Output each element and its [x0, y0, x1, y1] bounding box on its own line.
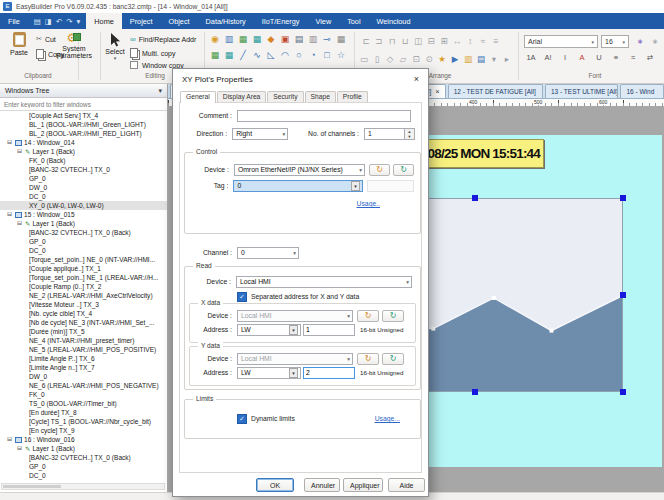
bargraph-icon[interactable]: ▤: [292, 32, 306, 46]
arrange-icon[interactable]: ⊏: [360, 36, 372, 46]
tree-item[interactable]: ⊟ ✎ DC_0: [0, 246, 167, 255]
device-settings-button[interactable]: ↻: [357, 353, 379, 365]
format-icon[interactable]: I: [558, 53, 572, 62]
selection-handle[interactable]: [472, 195, 478, 201]
tree-item[interactable]: ⊟ ✎ 15 : Window_015: [0, 210, 167, 219]
tree-item[interactable]: ⊟ ✎ 14 : Window_014: [0, 138, 167, 147]
help-button[interactable]: Aide: [388, 478, 425, 492]
redo-icon[interactable]: ↷: [66, 17, 72, 26]
arc-icon[interactable]: ◠: [278, 48, 292, 62]
cancel-button[interactable]: Annuler: [304, 478, 340, 492]
dialog-tab[interactable]: Profile: [337, 91, 368, 102]
line-icon[interactable]: ╱: [236, 48, 250, 62]
tree-item[interactable]: ⊟ ✎ [BANC-32 CVTECH..] TX_0 (Back): [0, 453, 167, 462]
arrange-icon[interactable]: ⊙: [423, 54, 435, 64]
add-device-button[interactable]: ↻: [382, 310, 404, 322]
save-icon[interactable]: ▤: [34, 17, 41, 26]
tree-item[interactable]: ⊟ ✎ GP_0: [0, 174, 167, 183]
select-tool-button[interactable]: Select ▾: [102, 33, 128, 61]
tree-item[interactable]: ⊟ ✎ Layer 1 (Back): [0, 444, 167, 453]
tree-item[interactable]: ⊟ ✎ [Couple Ramp (0..] TX_2: [0, 282, 167, 291]
tree-item[interactable]: ⊟ ✎ [Limite Angle n..] TX_7: [0, 363, 167, 372]
star-icon[interactable]: ☆: [334, 48, 348, 62]
expander-icon[interactable]: ⊟: [17, 444, 25, 453]
tree-item[interactable]: ⊟ ✎ [BANC-32 CVTECH..] TX_0 (Back): [0, 228, 167, 237]
keypad-icon[interactable]: ▦: [208, 48, 222, 62]
meter-icon[interactable]: ▥: [222, 32, 236, 46]
channels-stepper[interactable]: 1 ▴ ▾: [364, 128, 415, 140]
schedule-icon[interactable]: ▦: [236, 32, 250, 46]
usage-link[interactable]: Usage...: [375, 415, 400, 422]
menu-item[interactable]: View: [307, 13, 339, 29]
tree-item[interactable]: ⊟ ✎ [En cycle] TX_9: [0, 426, 167, 435]
rect-icon[interactable]: □: [320, 48, 334, 62]
canvas-tab[interactable]: 12 - TEST DE FATIGUE [All]: [448, 84, 543, 98]
tree-item[interactable]: ⊟ ✎ XY_0 (LW-0, LW-0, LW-0): [0, 201, 167, 210]
paste-button[interactable]: Paste: [4, 32, 34, 56]
tree-item[interactable]: ⊟ ✎ [En durée] TX_8: [0, 408, 167, 417]
dialog-tab[interactable]: Security: [267, 91, 303, 102]
selection-handle[interactable]: [620, 292, 626, 298]
undo-icon[interactable]: ↶: [56, 17, 62, 26]
arrange-icon[interactable]: ⊐: [373, 36, 385, 46]
tree-item[interactable]: ⊟ ✎ [Limite Angle P..] TX_6: [0, 354, 167, 363]
expander-icon[interactable]: ⊟: [17, 147, 25, 156]
style-icon[interactable]: ∗: [648, 37, 662, 46]
dialog-tab[interactable]: Shape: [305, 91, 336, 102]
control-device-select[interactable]: Omron EtherNet/IP (NJ/NX Series) ▾: [234, 164, 365, 176]
style-icon[interactable]: ∗: [633, 37, 647, 46]
format-icon[interactable]: A: [575, 53, 589, 62]
tree-item[interactable]: ⊟ ✎ NE_2 (LREAL-VAR://HMI_AxeCtrlVelocit…: [0, 291, 167, 300]
arrange-icon[interactable]: ▤: [475, 54, 487, 64]
arrange-icon[interactable]: ⊡: [410, 54, 422, 64]
panel-caret-icon[interactable]: ▾: [158, 87, 162, 95]
menu-item[interactable]: IIoT/Energy: [254, 13, 308, 29]
tree-item[interactable]: ⊟ ✎ FK_0 (Back): [0, 156, 167, 165]
ok-button[interactable]: OK: [256, 478, 294, 492]
selection-handle[interactable]: [620, 389, 626, 395]
system-parameters-button[interactable]: ⚙ System Parameters: [48, 32, 100, 59]
arrange-icon[interactable]: ▱: [397, 54, 409, 64]
keypad2-icon[interactable]: ▦: [222, 48, 236, 62]
arrange-icon[interactable]: ⊓: [386, 36, 398, 46]
arrange-icon[interactable]: ▶: [449, 54, 461, 64]
arrange-icon[interactable]: ▯: [371, 54, 383, 64]
channel-select[interactable]: 0 ▾: [237, 247, 299, 259]
tree-filter-input[interactable]: [0, 98, 167, 111]
expander-icon[interactable]: ⊟: [7, 435, 15, 444]
tree-item[interactable]: ⊟ ✎ [Couple appliqué..] TX_1: [0, 264, 167, 273]
checkbox-checked-icon[interactable]: ✓: [237, 292, 247, 302]
arrange-icon[interactable]: ◇: [384, 54, 396, 64]
arrange-icon[interactable]: ★: [436, 54, 448, 64]
direction-select[interactable]: Right ▾: [232, 128, 288, 140]
preview-icon[interactable]: ◨: [45, 17, 52, 26]
dialog-tab[interactable]: General: [180, 91, 216, 103]
tree-item[interactable]: ⊟ ✎ [Torque_set_poin..] NE_0 (INT-VAR://…: [0, 255, 167, 264]
expander-icon[interactable]: ⊟: [7, 138, 15, 147]
format-icon[interactable]: A!: [541, 53, 555, 62]
tree-item[interactable]: ⊟ ✎ [BANC-32 CVTECH..] TX_0: [0, 165, 167, 174]
wave-icon[interactable]: ∿: [250, 48, 264, 62]
comment-input[interactable]: [237, 110, 411, 122]
tree-item[interactable]: ⊟ ✎ DW_0: [0, 372, 167, 381]
bulb-icon[interactable]: ◉: [208, 32, 222, 46]
windows-tree-header[interactable]: Windows Tree ▾: [0, 84, 167, 98]
canvas-tab[interactable]: 13 - TEST ULTIME [All]: [545, 84, 618, 98]
more-icon[interactable]: ▾: [77, 17, 81, 26]
arrange-icon[interactable]: ▾: [488, 54, 500, 64]
format-icon[interactable]: ≡: [609, 53, 623, 62]
read-device-select[interactable]: Local HMI ▾: [236, 276, 412, 288]
multi-copy-button[interactable]: Multi. copy: [130, 48, 175, 58]
add-device-button[interactable]: ↻: [393, 164, 414, 176]
arrange-icon[interactable]: ▸: [501, 54, 513, 64]
tree-item[interactable]: ⊟ ✎ DC_0: [0, 471, 167, 480]
selection-handle[interactable]: [472, 389, 478, 395]
arrange-icon[interactable]: ↕: [464, 36, 476, 46]
format-icon[interactable]: ⇄: [643, 53, 657, 62]
tree-item[interactable]: ⊟ ✎ [Nb. cycle cible] TX_4: [0, 309, 167, 318]
dialog-tab[interactable]: Display Area: [217, 91, 267, 102]
tree-item[interactable]: ⊟ ✎ BL_2 (BOOL-VAR://HMI_RED_LIGHT): [0, 129, 167, 138]
dialog-title-bar[interactable]: XY Plot's Properties ×: [173, 69, 428, 89]
find-replace-addr-button[interactable]: ∞ Find/Replace Addr: [130, 35, 196, 44]
circle-icon[interactable]: ○: [292, 48, 306, 62]
